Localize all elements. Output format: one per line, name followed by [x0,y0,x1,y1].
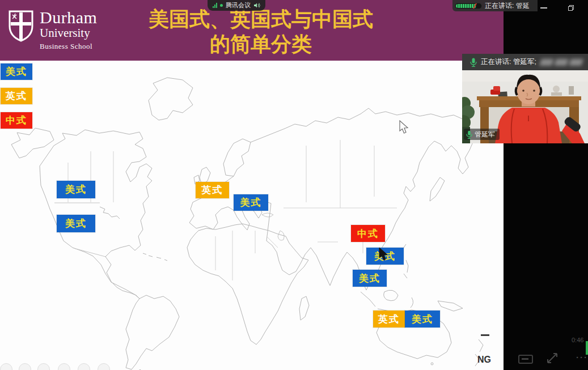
durham-logo: Durham University Business School [8,9,97,50]
mouse-cursor-black [379,247,389,262]
logo-tagline: Business School [40,42,97,50]
video-feed[interactable]: 管延军 [462,70,588,143]
shared-screen-slide: Durham University Business School 美国式、英国… [0,0,504,370]
slide-title: 美国式、英国式与中国式 的简单分类 [116,7,405,57]
map-label-europe: 美式 [234,194,268,211]
map-label-se-asia: 美式 [353,270,387,287]
player-time: 0:46 [572,337,583,343]
microphone-icon [466,130,472,139]
logo-title: Durham [40,9,97,26]
speaking-banner-text: 正在讲话: 管延 [485,1,530,11]
legend-item-us: 美式 [1,63,32,80]
video-speaking-text: 正在讲话: 管延军; [481,57,536,67]
meeting-toolbar-pill[interactable]: 腾讯会议 [208,0,265,11]
map-label-china: 中式 [351,225,385,242]
player-volume-sliver [586,341,588,355]
durham-shield-icon [8,9,34,42]
map-label-australia-east: 美式 [405,311,440,328]
volume-meter-icon [455,3,482,9]
network-signal-icon [213,3,217,8]
participant-name: 管延军 [475,130,495,139]
map-label-canada: 美式 [57,181,95,198]
legend-item-uk: 英式 [1,88,32,104]
subtitle-icon[interactable] [518,355,533,364]
map-label-usa: 美式 [57,215,95,232]
speaking-banner: 正在讲话: 管延 [452,0,538,11]
watermark-text: NG [477,355,491,365]
minimize-button[interactable] [534,0,553,16]
logo-subtitle: University [40,27,97,39]
restore-window-button[interactable] [561,0,581,16]
map-label-australia-west: 英式 [373,311,405,328]
map-label-uk: 英式 [196,182,229,198]
participant-name-tag: 管延军 [464,129,500,140]
microphone-icon [470,58,477,67]
participant-video-panel[interactable]: 正在讲话: 管延军; [462,54,588,143]
meeting-window: Durham University Business School 美国式、英国… [0,0,588,370]
blurred-participant-names [540,59,582,66]
app-name: 腾讯会议 [226,1,251,10]
video-panel-header: 正在讲话: 管延军; [462,54,588,70]
speaker-icon[interactable] [253,2,260,8]
mouse-cursor-outline [399,120,409,135]
slide-title-line2: 的简单分类 [116,32,405,57]
status-dot-icon [220,4,223,7]
watermark-dash [481,334,489,336]
fullscreen-icon[interactable] [545,351,559,365]
legend-item-cn: 中式 [1,112,32,129]
